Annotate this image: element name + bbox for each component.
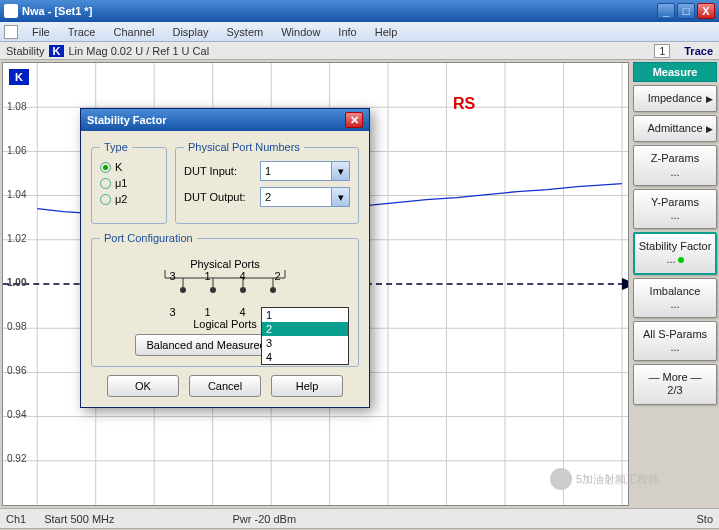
menu-system[interactable]: System <box>219 24 272 40</box>
power-level: Pwr -20 dBm <box>233 513 297 525</box>
admittance-button[interactable]: Admittance▶ <box>633 115 717 142</box>
menu-channel[interactable]: Channel <box>105 24 162 40</box>
y-tick: 1.00 <box>7 277 26 288</box>
svg-point-25 <box>210 287 216 293</box>
physical-port-group: Physical Port Numbers DUT Input: 1 ▾ DUT… <box>175 141 359 224</box>
app-icon <box>4 4 18 18</box>
more-button[interactable]: — More —2/3 <box>633 364 717 404</box>
dialog-close-button[interactable]: ✕ <box>345 112 363 128</box>
y-tick: 1.04 <box>7 189 26 200</box>
rs-annotation: RS <box>453 95 475 113</box>
y-tick: 1.02 <box>7 233 26 244</box>
stability-label: Stability <box>6 45 45 57</box>
y-tick: 0.92 <box>7 453 26 464</box>
dropdown-option[interactable]: 4 <box>262 350 348 364</box>
measure-tab[interactable]: Measure <box>633 62 717 82</box>
chevron-right-icon: ▶ <box>706 123 713 134</box>
dialog-title: Stability Factor <box>87 114 166 126</box>
port-config-legend: Port Configuration <box>100 232 197 244</box>
stability-factor-button[interactable]: Stability Factor... <box>633 232 717 274</box>
chevron-down-icon[interactable]: ▾ <box>331 188 349 206</box>
status-bar: Ch1 Start 500 MHz Pwr -20 dBm Sto <box>0 508 719 528</box>
y-params-button[interactable]: Y-Params... <box>633 189 717 229</box>
y-tick: 0.98 <box>7 321 26 332</box>
type-legend: Type <box>100 141 132 153</box>
right-panel: Measure Impedance▶ Admittance▶ Z-Params.… <box>631 60 719 508</box>
y-tick: 1.06 <box>7 145 26 156</box>
menu-window[interactable]: Window <box>273 24 328 40</box>
dut-output-label: DUT Output: <box>184 191 254 203</box>
y-tick: 0.94 <box>7 409 26 420</box>
svg-point-26 <box>240 287 246 293</box>
trace-settings: Lin Mag 0.02 U / Ref 1 U Cal <box>68 45 209 57</box>
chevron-right-icon: ▶ <box>706 93 713 104</box>
svg-point-27 <box>270 287 276 293</box>
start-freq: Start 500 MHz <box>44 513 114 525</box>
dropdown-option[interactable]: 3 <box>262 336 348 350</box>
trace-header: Trace <box>684 45 713 57</box>
type-group: Type K μ1 μ2 <box>91 141 167 224</box>
trace-info-bar: Stability K Lin Mag 0.02 U / Ref 1 U Cal… <box>0 42 719 60</box>
channel-label: Ch1 <box>6 513 26 525</box>
svg-point-24 <box>180 287 186 293</box>
y-tick: 1.08 <box>7 101 26 112</box>
all-s-params-button[interactable]: All S-Params... <box>633 321 717 361</box>
window-title: Nwa - [Set1 *] <box>22 5 657 17</box>
help-button[interactable]: Help <box>271 375 343 397</box>
menu-help[interactable]: Help <box>367 24 406 40</box>
menu-info[interactable]: Info <box>330 24 364 40</box>
menubar: File Trace Channel Display System Window… <box>0 22 719 42</box>
window-min-button[interactable]: _ <box>657 3 675 19</box>
k-badge: K <box>49 45 65 57</box>
radio-mu2[interactable]: μ2 <box>100 193 158 205</box>
window-titlebar: Nwa - [Set1 *] _ □ X <box>0 0 719 22</box>
plot-trace-label: K <box>9 69 29 85</box>
dut-output-dropdown[interactable]: 1 2 3 4 <box>261 307 349 365</box>
dut-input-label: DUT Input: <box>184 165 254 177</box>
chevron-down-icon[interactable]: ▾ <box>331 162 349 180</box>
menu-trace[interactable]: Trace <box>60 24 104 40</box>
stop-freq: Sto <box>696 513 713 525</box>
ppn-legend: Physical Port Numbers <box>184 141 304 153</box>
cancel-button[interactable]: Cancel <box>189 375 261 397</box>
imbalance-button[interactable]: Imbalance... <box>633 278 717 318</box>
stability-factor-dialog: Stability Factor ✕ Type K μ1 μ2 Physical… <box>80 108 370 408</box>
dut-output-combo[interactable]: 2 ▾ <box>260 187 350 207</box>
dropdown-option[interactable]: 1 <box>262 308 348 322</box>
doc-icon <box>4 25 18 39</box>
dialog-titlebar[interactable]: Stability Factor ✕ <box>81 109 369 131</box>
trace-number: 1 <box>654 44 670 58</box>
window-close-button[interactable]: X <box>697 3 715 19</box>
impedance-button[interactable]: Impedance▶ <box>633 85 717 112</box>
radio-k[interactable]: K <box>100 161 158 173</box>
z-params-button[interactable]: Z-Params... <box>633 145 717 185</box>
radio-mu1[interactable]: μ1 <box>100 177 158 189</box>
window-max-button[interactable]: □ <box>677 3 695 19</box>
dropdown-option[interactable]: 2 <box>262 322 348 336</box>
menu-display[interactable]: Display <box>164 24 216 40</box>
svg-marker-20 <box>622 278 628 290</box>
dut-input-combo[interactable]: 1 ▾ <box>260 161 350 181</box>
menu-file[interactable]: File <box>24 24 58 40</box>
ok-button[interactable]: OK <box>107 375 179 397</box>
active-indicator-icon <box>678 257 684 263</box>
y-tick: 0.96 <box>7 365 26 376</box>
